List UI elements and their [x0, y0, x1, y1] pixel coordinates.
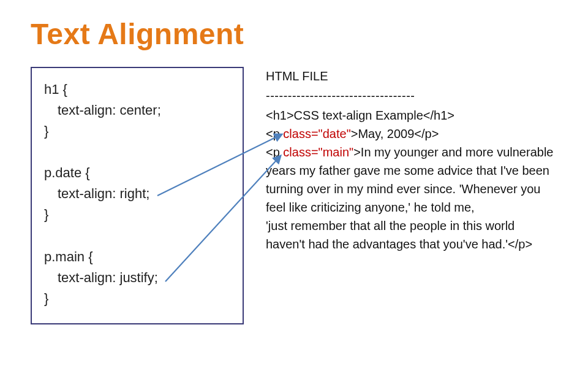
slide: Text Alignment h1 { text-align: center; … [0, 0, 588, 368]
css-block-date: p.date { text-align: right; } [44, 163, 230, 225]
tag-open: <p [266, 127, 283, 140]
css-selector: h1 { [44, 79, 230, 100]
css-declaration: text-align: justify; [44, 267, 230, 288]
html-line-date: <p class="date">May, 2009</p> [266, 125, 554, 143]
slide-content: h1 { text-align: center; } p.date { text… [31, 67, 557, 324]
css-close: } [44, 121, 230, 142]
tag: <h1> [266, 109, 294, 122]
html-line-quote2: 'just remember that all the people in th… [266, 217, 554, 253]
css-selector: p.main { [44, 247, 230, 267]
html-divider: ---------------------------------- [266, 86, 554, 105]
css-declaration: text-align: right; [44, 183, 230, 204]
html-sample: HTML FILE ------------------------------… [266, 67, 557, 253]
tag-rest: >May, 2009</p> [351, 127, 439, 140]
text: CSS text-align Example</h1> [294, 109, 454, 122]
css-close: } [44, 288, 230, 309]
css-declaration: text-align: center; [44, 100, 230, 121]
class-attr: class="date" [283, 127, 350, 140]
slide-title: Text Alignment [31, 17, 557, 51]
css-close: } [44, 204, 230, 225]
html-line-h1: <h1>CSS text-align Example</h1> [266, 106, 554, 125]
tag-open: <p [266, 145, 283, 159]
css-block-h1: h1 { text-align: center; } [44, 79, 230, 142]
html-line-main: <p class="main">In my younger and more v… [266, 143, 554, 217]
css-code-box: h1 { text-align: center; } p.date { text… [31, 67, 244, 324]
class-attr: class="main" [283, 145, 353, 159]
css-block-main: p.main { text-align: justify; } [44, 247, 230, 309]
css-selector: p.date { [44, 163, 230, 183]
html-header: HTML FILE [266, 67, 554, 85]
